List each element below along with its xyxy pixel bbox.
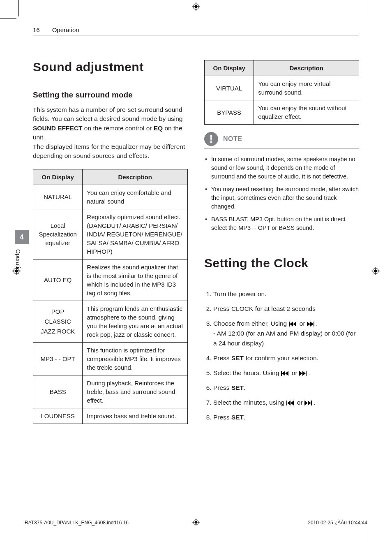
step-item: Press CLOCK for at least 2 seconds [213,304,359,314]
note-item: In some of surround modes, some speakers… [205,155,359,181]
step-item: Press SET. [213,412,359,422]
table-header-row: On Display Description [205,60,359,76]
step-text: Turn the power on. [213,290,267,297]
table-row: Local Specialization equalizerRegionally… [33,209,188,259]
note-box: ! NOTE In some of surround modes, some s… [204,132,359,232]
subheading-surround: Setting the surround mode [33,90,188,100]
step-bold: SET [231,384,244,391]
cell-display: VIRTUAL [205,76,254,100]
crop-corner-tl-v [18,0,19,16]
crop-corner-tl-h [0,19,16,19]
cell-desc: You can enjoy more virtual surround soun… [254,76,359,100]
or-text: or [295,399,304,406]
cell-desc: You can enjoy the sound without equalize… [254,100,359,125]
heading-sound-adjustment: Sound adjustment [33,60,188,74]
skip-back-icon [281,371,290,376]
registration-top [192,2,200,11]
note-label: NOTE [223,135,242,143]
slug-right: 2010-02-25 ¿ÀÀü 10:44:44 [308,520,367,526]
note-item: BASS BLAST, MP3 Opt. button on the unit … [205,215,359,232]
heading-setting-clock: Setting the Clock [204,256,359,270]
table-row: VIRTUALYou can enjoy more virtual surrou… [205,76,359,100]
th-desc: Description [83,169,188,185]
skip-forward-icon [299,371,308,376]
eq-table-right: On Display Description VIRTUALYou can en… [204,60,359,125]
step-subtext: - AM 12:00 (for an AM and PM display) or… [213,330,355,347]
slug-reg-icon [192,519,200,527]
step-text: Press [213,414,231,421]
table-row: MP3 - - OPTThis function is optimized fo… [33,342,188,375]
page-body: 16 Operation Sound adjustment Setting th… [25,25,367,517]
note-text: You may need resetting the surround mode… [211,185,359,211]
note-icon: ! [204,132,218,146]
note-list: In some of surround modes, some speakers… [204,149,359,232]
step-item: Select the hours. Using or . [213,368,359,378]
step-text: Select the hours. Using [213,369,281,376]
skip-forward-icon [307,322,316,327]
cell-display: MP3 - - OPT [33,342,83,375]
left-column: Sound adjustment Setting the surround mo… [33,60,188,427]
cell-display: Local Specialization equalizer [33,209,83,259]
table-row: BYPASSYou can enjoy the sound without eq… [205,100,359,125]
step-item: Press SET for confirm your selection. [213,353,359,363]
cell-desc: Realizes the sound equalizer that is the… [83,259,188,301]
step-text: Choose from either, Using [213,320,289,327]
chapter-label: Operation [15,249,21,274]
cell-desc: Regionally optimized sound effect. (DANG… [83,209,188,259]
step-text: Select the minutes, using [213,399,286,406]
cell-display: BASS [33,375,83,408]
slug-left: RAT375-A0U_DPANLLK_ENG_4608.indd16 16 [25,520,129,526]
crop-corner-br-v [365,526,365,542]
cell-display: BYPASS [205,100,254,125]
running-header: 16 Operation [33,26,359,35]
th-display: On Display [33,169,83,185]
step-text: Press [213,384,231,391]
note-text: In some of surround modes, some speakers… [211,155,359,181]
th-desc: Description [254,60,359,76]
intro-text-0: This system has a number of pre-set surr… [33,106,183,122]
step-text: . [244,414,245,421]
crop-corner-tr-v [365,0,365,16]
running-section: Operation [52,26,79,33]
or-text: or [290,369,299,376]
cell-display: NATURAL [33,185,83,209]
step-item: Press SET. [213,383,359,393]
cell-desc: During playback, Reinforces the treble, … [83,375,188,408]
cell-display: AUTO EQ [33,259,83,301]
table-row: BASSDuring playback, Reinforces the treb… [33,375,188,408]
table-row: AUTO EQRealizes the sound equalizer that… [33,259,188,301]
step-bold: SET [231,354,244,361]
step-bold: SET [231,414,244,421]
table-row: LOUDNESSImproves bass and treble sound. [33,408,188,424]
note-item: You may need resetting the surround mode… [205,185,359,211]
step-item: Turn the power on. [213,289,359,299]
cell-desc: This function is optimized for compressi… [83,342,188,375]
table-row: NATURALYou can enjoy comfortable and nat… [33,185,188,209]
step-text: . [244,384,245,391]
intro-text-3: The displayed items for the Equalizer ma… [33,143,185,159]
cell-desc: Improves bass and treble sound. [83,408,188,424]
cell-display: LOUDNESS [33,408,83,424]
or-text: or [298,320,307,327]
th-display: On Display [205,60,254,76]
step-text: Press CLOCK for at least 2 seconds [213,305,316,312]
note-header: ! NOTE [204,132,359,149]
cell-display: POP CLASSIC JAZZ ROCK [33,301,83,342]
clock-steps: Turn the power on. Press CLOCK for at le… [204,289,359,422]
table-row: POP CLASSIC JAZZ ROCKThis program lends … [33,301,188,342]
registration-right [371,267,380,275]
step-item: Choose from either, Using or . - AM 12:0… [213,319,359,348]
skip-forward-icon [304,401,314,405]
surround-intro: This system has a number of pre-set surr… [33,105,188,161]
step-text: . [316,320,318,327]
step-text: Press [213,354,231,361]
intro-bold-sound-effect: SOUND EFFECT [33,125,83,132]
step-text: for confirm your selection. [244,354,318,361]
intro-bold-eq: EQ [154,125,163,132]
intro-text-1: on the remote control or [83,125,154,132]
note-text: BASS BLAST, MP3 Opt. button on the unit … [211,215,359,232]
cell-desc: This program lends an enthusiastic atmos… [83,301,188,342]
eq-table-left: On Display Description NATURALYou can en… [33,169,188,424]
right-column: On Display Description VIRTUALYou can en… [204,60,359,427]
cell-desc: You can enjoy comfortable and natural so… [83,185,188,209]
